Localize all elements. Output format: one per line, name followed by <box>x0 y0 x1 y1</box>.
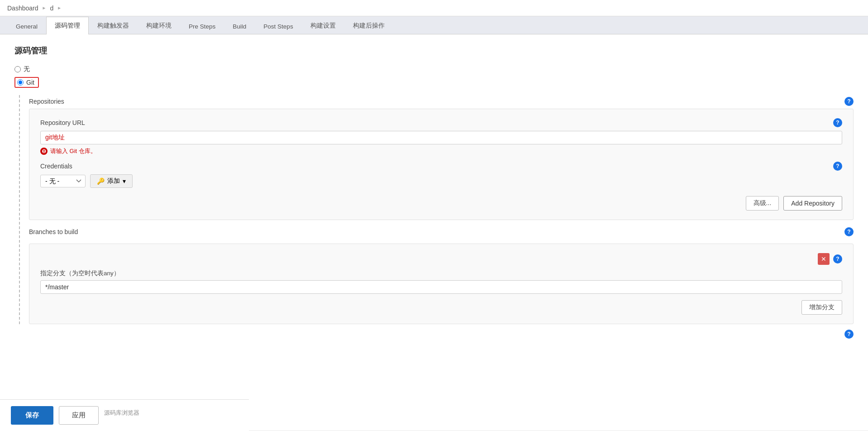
branches-block: ✕ ? 指定分支（为空时代表any） 增加分支 <box>29 244 854 324</box>
repo-url-field-label: Repository URL ? <box>40 118 842 127</box>
tab-settings[interactable]: 构建设置 <box>302 17 344 34</box>
source-browser-label: 源码库浏览器 <box>104 409 139 416</box>
tab-trigger[interactable]: 构建触发器 <box>89 17 138 34</box>
credentials-field-label: Credentials ? <box>40 162 842 171</box>
credentials-row: - 无 - 🔑 添加 ▾ <box>40 174 842 188</box>
tab-build[interactable]: Build <box>224 18 255 34</box>
radio-none-text: 无 <box>24 65 30 73</box>
breadcrumb-sep2: ► <box>57 5 62 10</box>
tab-presteps[interactable]: Pre Steps <box>180 18 224 34</box>
credentials-select[interactable]: - 无 - <box>40 175 86 187</box>
branch-action-row: 增加分支 <box>40 300 842 315</box>
repo-url-input[interactable] <box>40 131 842 144</box>
add-repository-button[interactable]: Add Repository <box>783 196 842 211</box>
main-content: General 源码管理 构建触发器 构建环境 Pre Steps Build … <box>0 16 868 431</box>
error-icon: ⊖ <box>40 148 48 155</box>
add-branch-button[interactable]: 增加分支 <box>801 300 842 315</box>
tab-source[interactable]: 源码管理 <box>46 17 89 34</box>
branches-help-icon[interactable]: ? <box>844 227 854 236</box>
apply-button[interactable]: 应用 <box>59 406 99 425</box>
repositories-help-icon[interactable]: ? <box>844 97 854 106</box>
advanced-button[interactable]: 高级... <box>746 196 779 211</box>
bottom-bar: 保存 应用 源码库浏览器 <box>0 399 249 431</box>
branch-specifier-input[interactable] <box>40 280 842 294</box>
branches-top-row: ✕ ? <box>40 253 842 265</box>
breadcrumb-dashboard[interactable]: Dashboard <box>7 5 38 12</box>
page-title: 源码管理 <box>14 45 854 56</box>
source-browser-help-icon[interactable]: ? <box>844 330 854 339</box>
radio-none[interactable] <box>14 66 21 72</box>
add-credentials-chevron: ▾ <box>123 177 126 185</box>
credentials-help-icon[interactable]: ? <box>833 162 842 171</box>
repo-url-error: ⊖ 请输入 Git 仓库。 <box>40 147 842 155</box>
tab-poststeps[interactable]: Post Steps <box>255 18 301 34</box>
repo-action-row: 高级... Add Repository <box>40 196 842 211</box>
repositories-label: Repositories <box>29 98 64 105</box>
tab-bar: General 源码管理 构建触发器 构建环境 Pre Steps Build … <box>0 16 868 34</box>
add-credentials-button[interactable]: 🔑 添加 ▾ <box>90 174 133 188</box>
error-text: 请输入 Git 仓库。 <box>50 147 96 155</box>
credentials-label-text: Credentials <box>40 163 72 170</box>
radio-none-label[interactable]: 无 <box>14 65 854 73</box>
branches-label: Branches to build <box>29 228 78 235</box>
delete-branch-button[interactable]: ✕ <box>818 253 830 265</box>
tab-env[interactable]: 构建环境 <box>138 17 180 34</box>
repositories-header-row: Repositories ? <box>29 97 854 106</box>
repository-block: Repository URL ? ⊖ 请输入 Git 仓库。 Credentia… <box>29 109 854 220</box>
source-type-radio-group: 无 Git <box>14 65 854 88</box>
add-credentials-label: 添加 <box>107 177 120 185</box>
tab-postops[interactable]: 构建后操作 <box>344 17 393 34</box>
breadcrumb-sep1: ► <box>42 5 47 10</box>
repo-url-label-text: Repository URL <box>40 119 85 126</box>
repo-url-help-icon[interactable]: ? <box>833 118 842 127</box>
git-radio-box: Git <box>14 77 39 88</box>
add-credentials-icon: 🔑 <box>97 177 105 185</box>
tab-general[interactable]: General <box>7 18 46 34</box>
save-button[interactable]: 保存 <box>11 406 53 425</box>
git-section-content: Repositories ? Repository URL ? ⊖ 请输入 Gi… <box>19 95 854 324</box>
radio-git-label[interactable]: Git <box>14 77 854 88</box>
branch-item-help-icon[interactable]: ? <box>833 254 842 263</box>
breadcrumb-bar: Dashboard ► d ► <box>0 0 868 16</box>
breadcrumb-project[interactable]: d <box>50 5 53 12</box>
radio-git-text: Git <box>26 79 34 86</box>
radio-git[interactable] <box>17 79 24 86</box>
page-body: 源码管理 无 Git Repositories ? <box>0 34 868 430</box>
branch-specifier-label: 指定分支（为空时代表any） <box>40 269 842 278</box>
